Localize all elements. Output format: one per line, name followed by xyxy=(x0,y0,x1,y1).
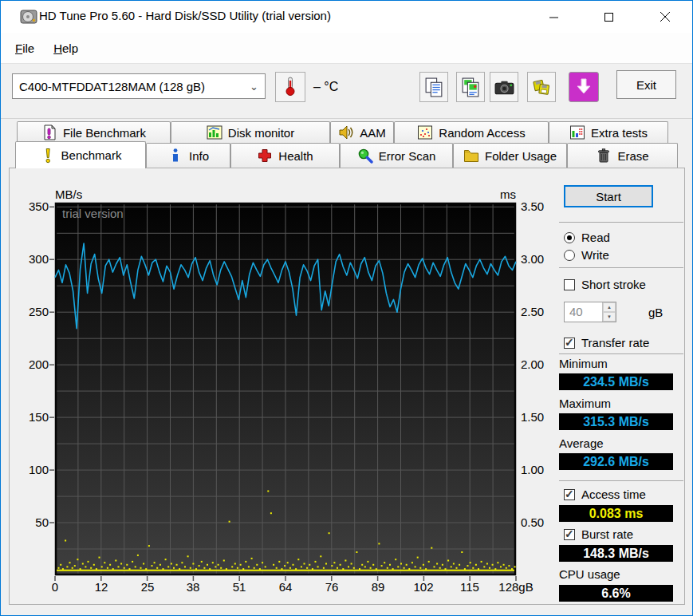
tab-extra-tests[interactable]: Extra tests xyxy=(549,121,668,143)
tab-aam[interactable]: AAM xyxy=(330,121,394,143)
tab-error-scan[interactable]: Error Scan xyxy=(340,143,453,168)
tab-label: Extra tests xyxy=(591,126,648,140)
right-axis-unit: ms xyxy=(476,188,516,201)
menu-bar: FileHelp xyxy=(1,33,692,63)
temperature-button[interactable] xyxy=(275,72,305,102)
right-axis-tick: 3.00 xyxy=(521,253,556,266)
tab-label: Error Scan xyxy=(379,149,436,163)
right-axis-tick: 0.50 xyxy=(521,516,556,529)
maximize-button[interactable] xyxy=(590,1,627,33)
short-stroke-size-value: 40 xyxy=(565,302,602,322)
health-icon xyxy=(257,148,273,164)
tab-label: Random Access xyxy=(439,126,525,140)
left-axis-tick: 300 xyxy=(20,253,49,266)
download-arrow-icon xyxy=(575,77,593,97)
burst-rate-label: Burst rate xyxy=(581,527,633,541)
minimize-button[interactable] xyxy=(535,1,572,33)
separator xyxy=(559,480,683,481)
tab-label: Erase xyxy=(617,149,648,163)
transfer-rate-row: Transfer rate xyxy=(564,336,649,349)
left-axis-tick: 150 xyxy=(20,411,49,424)
x-axis-tick: 38 xyxy=(175,581,211,594)
benchmark-icon xyxy=(40,148,56,164)
separator xyxy=(559,353,683,354)
right-axis-tick: 1.50 xyxy=(521,411,556,424)
start-button[interactable]: Start xyxy=(564,185,653,207)
tab-benchmark[interactable]: Benchmark xyxy=(15,141,146,168)
left-axis-tick: 100 xyxy=(20,464,49,476)
access-time-label: Access time xyxy=(581,488,646,501)
menu-item-help[interactable]: Help xyxy=(44,38,88,58)
drive-selector[interactable]: C400-MTFDDAT128MAM (128 gB) ⌄ xyxy=(12,73,266,99)
save-button[interactable] xyxy=(527,72,556,102)
temperature-value: – °C xyxy=(313,80,338,94)
stepper-up-button[interactable]: ▲ xyxy=(603,302,616,312)
write-radio[interactable] xyxy=(564,250,575,261)
close-button[interactable] xyxy=(647,1,683,33)
x-axis-tick: 0 xyxy=(37,581,73,594)
burst-rate-checkbox[interactable] xyxy=(564,529,575,540)
short-stroke-checkbox[interactable] xyxy=(564,279,575,290)
short-stroke-row: Short stroke xyxy=(564,278,646,291)
left-axis-unit: MB/s xyxy=(55,188,82,201)
tab-folder-usage[interactable]: Folder Usage xyxy=(453,143,567,168)
extra-tests-icon xyxy=(569,124,585,140)
app-window: HD Tune Pro 5.60 - Hard Disk/SSD Utility… xyxy=(0,0,693,616)
window-title: HD Tune Pro 5.60 - Hard Disk/SSD Utility… xyxy=(39,9,331,22)
erase-icon xyxy=(596,148,612,164)
tab-row-secondary: File BenchmarkDisk monitorAAMRandom Acce… xyxy=(17,121,668,143)
tab-health[interactable]: Health xyxy=(230,143,340,168)
transfer-rate-checkbox[interactable] xyxy=(564,338,575,349)
tab-erase[interactable]: Erase xyxy=(567,143,678,168)
error-scan-icon xyxy=(357,148,373,164)
tab-row-primary: BenchmarkInfoHealthError ScanFolder Usag… xyxy=(15,143,678,168)
tab-disk-monitor[interactable]: Disk monitor xyxy=(171,121,330,143)
x-axis-tick: 12 xyxy=(84,581,119,594)
exit-button[interactable]: Exit xyxy=(616,70,676,99)
burst-rate-row: Burst rate xyxy=(564,527,633,541)
right-axis-tick: 2.00 xyxy=(521,358,556,371)
x-axis-tick: 128gB xyxy=(498,581,534,594)
menu-item-file[interactable]: File xyxy=(6,38,44,58)
copy-text-button[interactable] xyxy=(419,72,448,102)
right-axis-tick: 3.50 xyxy=(521,200,556,213)
tab-file-benchmark[interactable]: File Benchmark xyxy=(17,121,171,143)
download-button[interactable] xyxy=(569,72,599,102)
minimum-value: 234.5 MB/s xyxy=(559,373,673,390)
folder-usage-icon xyxy=(463,148,479,164)
tab-label: Folder Usage xyxy=(485,149,557,163)
toolbar: C400-MTFDDAT128MAM (128 gB) ⌄ – °C Exit xyxy=(1,63,692,119)
short-stroke-label: Short stroke xyxy=(581,278,646,291)
title-bar: HD Tune Pro 5.60 - Hard Disk/SSD Utility… xyxy=(1,1,692,33)
minimum-label: Minimum xyxy=(559,357,608,370)
short-stroke-size-stepper[interactable]: 40 ▲ ▼ xyxy=(564,302,616,322)
tab-random-access[interactable]: Random Access xyxy=(394,121,549,143)
access-time-checkbox[interactable] xyxy=(564,489,575,500)
benchmark-chart: trial version xyxy=(49,202,521,582)
maximum-label: Maximum xyxy=(559,397,611,410)
read-radio[interactable] xyxy=(564,232,575,243)
average-value: 292.6 MB/s xyxy=(559,453,673,470)
x-axis-tick: 89 xyxy=(360,581,396,594)
x-axis-tick: 102 xyxy=(406,581,441,594)
copy-image-button[interactable] xyxy=(456,72,485,102)
cpu-usage-value: 6.6% xyxy=(559,585,673,602)
stepper-down-button[interactable]: ▼ xyxy=(603,312,616,322)
maximum-value: 315.3 MB/s xyxy=(559,413,673,430)
screenshot-icon xyxy=(494,77,515,98)
right-axis-tick: 1.00 xyxy=(521,464,556,476)
random-access-icon xyxy=(417,124,433,140)
x-axis-tick: 25 xyxy=(130,581,165,594)
screenshot-button[interactable] xyxy=(490,72,518,102)
tab-label: AAM xyxy=(360,126,386,140)
left-axis-tick: 50 xyxy=(20,516,49,529)
right-axis-tick: 2.50 xyxy=(521,306,556,318)
save-icon xyxy=(531,77,553,98)
x-axis-tick: 51 xyxy=(222,581,257,594)
tab-label: Health xyxy=(278,149,313,163)
tab-info[interactable]: Info xyxy=(146,143,230,168)
info-icon xyxy=(167,148,183,164)
average-label: Average xyxy=(559,436,604,450)
drive-selector-value: C400-MTFDDAT128MAM (128 gB) xyxy=(19,80,250,93)
separator xyxy=(559,267,683,268)
